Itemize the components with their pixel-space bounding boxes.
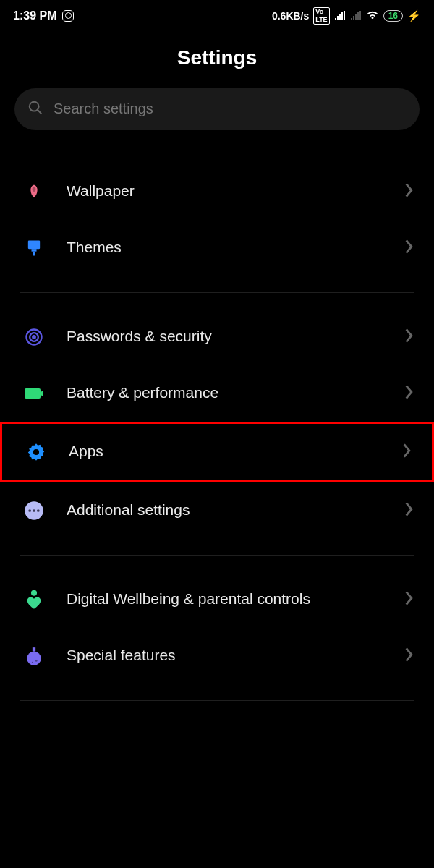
- chevron-right-icon: [405, 328, 414, 346]
- battery-icon: [22, 381, 46, 406]
- chevron-right-icon: [405, 183, 414, 200]
- settings-item-label: Themes: [67, 238, 385, 257]
- chevron-right-icon: [403, 443, 412, 461]
- svg-rect-5: [33, 251, 35, 255]
- svg-point-19: [35, 660, 38, 662]
- chevron-right-icon: [405, 239, 414, 257]
- status-bar: 1:39 PM 0.6KB/s VoLTE 16 ⚡: [0, 0, 434, 29]
- battery-icon: 16: [383, 10, 403, 22]
- signal-2-icon: [350, 10, 362, 22]
- status-time: 1:39 PM: [13, 9, 56, 22]
- fingerprint-icon: [22, 325, 46, 349]
- search-icon: [27, 100, 43, 119]
- svg-rect-3: [28, 240, 40, 249]
- svg-point-8: [33, 336, 35, 339]
- settings-item-apps[interactable]: Apps: [0, 422, 434, 482]
- settings-item-label: Passwords & security: [67, 327, 385, 346]
- svg-rect-10: [41, 391, 43, 396]
- settings-item-label: Apps: [69, 442, 383, 461]
- svg-point-16: [31, 590, 37, 595]
- svg-point-2: [33, 187, 36, 192]
- divider: [20, 700, 414, 701]
- search-input[interactable]: [54, 101, 407, 117]
- more-icon: [22, 498, 46, 523]
- svg-rect-9: [25, 388, 41, 399]
- wifi-icon: [366, 9, 379, 22]
- divider: [20, 555, 414, 556]
- gear-icon: [24, 440, 48, 464]
- settings-item-label: Wallpaper: [67, 182, 385, 200]
- svg-point-18: [27, 651, 41, 665]
- settings-item-label: Additional settings: [67, 501, 385, 519]
- settings-group-1: Wallpaper Themes: [0, 158, 434, 282]
- settings-item-battery[interactable]: Battery & performance: [0, 365, 434, 422]
- settings-item-passwords[interactable]: Passwords & security: [0, 309, 434, 365]
- wallpaper-icon: [22, 179, 46, 204]
- svg-line-1: [38, 109, 42, 114]
- settings-item-wellbeing[interactable]: Digital Wellbeing & parental controls: [0, 571, 434, 628]
- themes-icon: [22, 236, 46, 260]
- flask-icon: [22, 644, 46, 668]
- svg-rect-17: [33, 647, 35, 651]
- battery-percent: 16: [388, 11, 398, 21]
- heart-person-icon: [22, 587, 46, 612]
- settings-item-themes[interactable]: Themes: [0, 220, 434, 276]
- settings-item-additional[interactable]: Additional settings: [0, 482, 434, 539]
- svg-point-11: [33, 449, 39, 455]
- settings-item-label: Battery & performance: [67, 383, 385, 402]
- svg-point-20: [32, 661, 33, 663]
- svg-point-13: [28, 509, 31, 512]
- volte-icon: VoLTE: [313, 7, 329, 25]
- chevron-right-icon: [405, 591, 414, 608]
- divider: [20, 292, 414, 293]
- chevron-right-icon: [405, 647, 414, 665]
- settings-item-label: Digital Wellbeing & parental controls: [67, 590, 385, 608]
- settings-group-2: Passwords & security Battery & performan…: [0, 303, 434, 545]
- page-title: Settings: [0, 29, 434, 88]
- svg-rect-4: [32, 249, 37, 252]
- settings-item-special[interactable]: Special features: [0, 628, 434, 684]
- settings-group-3: Digital Wellbeing & parental controls Sp…: [0, 566, 434, 690]
- chevron-right-icon: [405, 502, 414, 519]
- charging-icon: ⚡: [407, 9, 421, 22]
- signal-1-icon: [334, 10, 346, 22]
- instagram-icon: [62, 10, 74, 22]
- network-speed: 0.6KB/s: [272, 10, 309, 22]
- settings-item-wallpaper[interactable]: Wallpaper: [0, 163, 434, 220]
- settings-item-label: Special features: [67, 646, 385, 665]
- svg-point-14: [33, 509, 35, 512]
- svg-point-15: [37, 509, 40, 512]
- chevron-right-icon: [405, 385, 414, 402]
- search-bar[interactable]: [14, 88, 420, 130]
- svg-point-0: [30, 101, 39, 111]
